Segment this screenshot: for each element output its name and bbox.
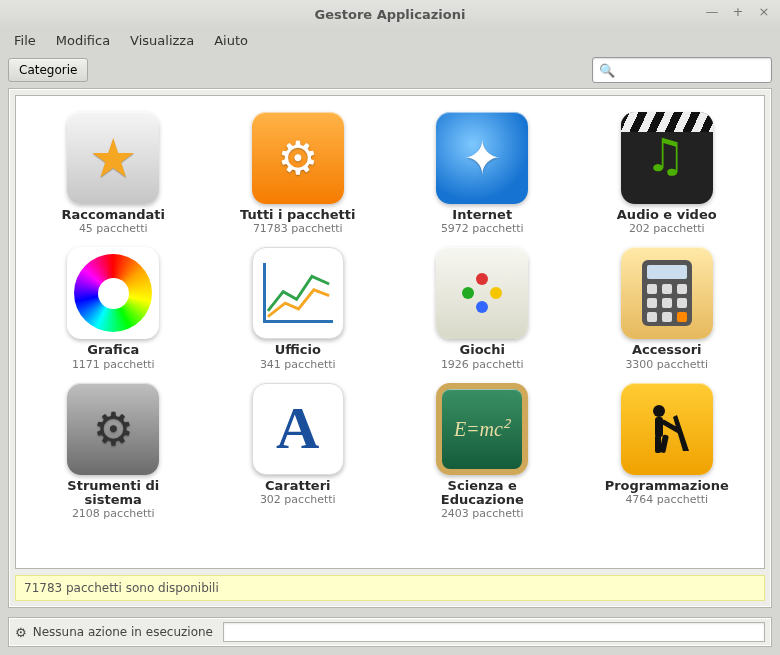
category-graphics[interactable]: Grafica 1171 pacchetti xyxy=(26,243,201,374)
category-label: Strumenti di sistema xyxy=(43,479,183,508)
action-status-text: Nessuna azione in esecuzione xyxy=(33,625,213,639)
category-grid: ★ Raccomandati 45 pacchetti ⚙ Tutti i pa… xyxy=(26,108,754,524)
svg-rect-8 xyxy=(647,312,657,322)
menu-edit[interactable]: Modifica xyxy=(48,31,118,50)
svg-rect-7 xyxy=(677,298,687,308)
categories-button[interactable]: Categorie xyxy=(8,58,88,82)
cog-icon: ⚙ xyxy=(67,383,159,475)
category-label: Programmazione xyxy=(605,479,729,493)
music-icon xyxy=(621,112,713,204)
gear-icon: ⚙ xyxy=(15,625,27,640)
svg-marker-16 xyxy=(673,415,689,451)
category-count: 45 pacchetti xyxy=(79,222,148,235)
svg-rect-12 xyxy=(655,417,663,437)
gears-icon: ⚙ xyxy=(252,112,344,204)
svg-rect-1 xyxy=(647,265,687,279)
category-count: 2108 pacchetti xyxy=(72,507,155,520)
category-label: Caratteri xyxy=(265,479,331,493)
star-icon: ★ xyxy=(67,112,159,204)
category-science-education[interactable]: E=mc2 Scienza e Educazione 2403 pacchett… xyxy=(395,379,570,525)
category-accessories[interactable]: Accessori 3300 pacchetti xyxy=(580,243,755,374)
category-count: 1171 pacchetti xyxy=(72,358,155,371)
search-box[interactable]: 🔍 ⌫ xyxy=(592,57,772,83)
globe-icon: ✦ xyxy=(436,112,528,204)
category-label: Audio e video xyxy=(617,208,717,222)
category-label: Tutti i pacchetti xyxy=(240,208,356,222)
category-internet[interactable]: ✦ Internet 5972 pacchetti xyxy=(395,108,570,239)
category-fonts[interactable]: A Caratteri 302 pacchetti xyxy=(211,379,386,525)
svg-point-11 xyxy=(653,405,665,417)
category-recommended[interactable]: ★ Raccomandati 45 pacchetti xyxy=(26,108,201,239)
category-label: Scienza e Educazione xyxy=(412,479,552,508)
search-icon: 🔍 xyxy=(599,63,615,78)
category-count: 302 pacchetti xyxy=(260,493,336,506)
chart-icon xyxy=(252,247,344,339)
category-audio-video[interactable]: Audio e video 202 pacchetti xyxy=(580,108,755,239)
category-system-tools[interactable]: ⚙ Strumenti di sistema 2108 pacchetti xyxy=(26,379,201,525)
menu-view[interactable]: Visualizza xyxy=(122,31,202,50)
category-programming[interactable]: Programmazione 4764 pacchetti xyxy=(580,379,755,525)
category-label: Internet xyxy=(452,208,512,222)
menubar: File Modifica Visualizza Aiuto xyxy=(0,28,780,52)
category-office[interactable]: Ufficio 341 pacchetti xyxy=(211,243,386,374)
minimize-button[interactable]: — xyxy=(704,4,720,19)
category-count: 341 pacchetti xyxy=(260,358,336,371)
toolbar: Categorie 🔍 ⌫ xyxy=(0,52,780,88)
category-label: Accessori xyxy=(632,343,702,357)
svg-rect-2 xyxy=(647,284,657,294)
main-frame: ★ Raccomandati 45 pacchetti ⚙ Tutti i pa… xyxy=(8,88,772,608)
titlebar: Gestore Applicazioni — + × xyxy=(0,0,780,28)
category-count: 202 pacchetti xyxy=(629,222,705,235)
svg-rect-10 xyxy=(677,312,687,322)
category-label: Ufficio xyxy=(275,343,321,357)
search-input[interactable] xyxy=(619,63,780,78)
menu-help[interactable]: Aiuto xyxy=(206,31,256,50)
progress-bar xyxy=(223,622,765,642)
construction-icon xyxy=(621,383,713,475)
category-count: 71783 pacchetti xyxy=(253,222,343,235)
bottom-status-bar: ⚙ Nessuna azione in esecuzione xyxy=(8,617,772,647)
svg-rect-6 xyxy=(662,298,672,308)
category-label: Grafica xyxy=(87,343,139,357)
svg-rect-4 xyxy=(677,284,687,294)
svg-rect-5 xyxy=(647,298,657,308)
category-count: 4764 pacchetti xyxy=(625,493,708,506)
categories-pane: ★ Raccomandati 45 pacchetti ⚙ Tutti i pa… xyxy=(15,95,765,569)
svg-rect-9 xyxy=(662,312,672,322)
maximize-button[interactable]: + xyxy=(730,4,746,19)
available-packages-status: 71783 pacchetti sono disponibili xyxy=(15,575,765,601)
category-all-packages[interactable]: ⚙ Tutti i pacchetti 71783 pacchetti xyxy=(211,108,386,239)
category-count: 5972 pacchetti xyxy=(441,222,524,235)
category-count: 1926 pacchetti xyxy=(441,358,524,371)
category-count: 2403 pacchetti xyxy=(441,507,524,520)
color-wheel-icon xyxy=(67,247,159,339)
close-button[interactable]: × xyxy=(756,4,772,19)
calculator-icon xyxy=(621,247,713,339)
category-games[interactable]: Giochi 1926 pacchetti xyxy=(395,243,570,374)
font-icon: A xyxy=(252,383,344,475)
category-label: Raccomandati xyxy=(62,208,165,222)
gamepad-icon xyxy=(436,247,528,339)
chalkboard-icon: E=mc2 xyxy=(436,383,528,475)
window-controls: — + × xyxy=(704,4,772,19)
category-count: 3300 pacchetti xyxy=(625,358,708,371)
menu-file[interactable]: File xyxy=(6,31,44,50)
svg-rect-3 xyxy=(662,284,672,294)
window-title: Gestore Applicazioni xyxy=(315,7,466,22)
category-label: Giochi xyxy=(460,343,505,357)
